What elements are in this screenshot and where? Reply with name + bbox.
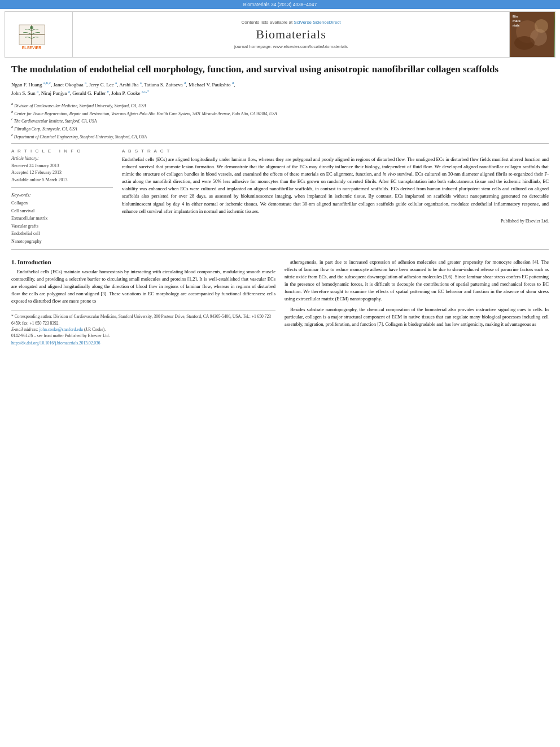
abstract-text: Endothelial cells (ECs) are aligned long… <box>122 156 549 215</box>
svg-text:ELSEVIER: ELSEVIER <box>21 46 41 50</box>
keyword-collagen: Collagen <box>11 199 113 207</box>
introduction-left-text: Endothelial cells (ECs) maintain vascula… <box>11 268 275 305</box>
journal-header-logo: ELSEVIER <box>5 12 73 57</box>
affiliations: a Division of Cardiovascular Medicine, S… <box>11 101 549 140</box>
intro-para-right-2: Besides substrate nanotopography, the ch… <box>285 306 549 329</box>
online-date: Available online 5 March 2013 <box>11 177 113 184</box>
footnote-issn: 0142-9612/$ – see front matter Published… <box>11 333 275 339</box>
keyword-nanotopography: Nanotopography <box>11 238 113 246</box>
article-title: The modulation of endothelial cell morph… <box>11 63 549 76</box>
affiliation-e: e Department of Chemical Engineering, St… <box>11 132 549 140</box>
intro-para-right-1: atherogenesis, in part due to increased … <box>285 259 549 303</box>
biomaterials-thumbnail: Bio mate rials <box>510 12 554 57</box>
journal-header: ELSEVIER Contents lists available at Sci… <box>5 11 555 58</box>
introduction-right-text: atherogenesis, in part due to increased … <box>285 259 549 329</box>
sciverse-link[interactable]: SciVerse ScienceDirect <box>294 20 340 25</box>
intro-para-1: Endothelial cells (ECs) maintain vascula… <box>11 268 275 305</box>
main-content: The modulation of endothelial cell morph… <box>11 63 549 346</box>
svg-point-3 <box>30 26 33 29</box>
affiliation-b: b Center for Tissue Regeneration, Repair… <box>11 109 549 117</box>
received-date: Received 24 January 2013 <box>11 163 113 170</box>
author-ngan: Ngan F. Huang a,b,c, Janet Okogbaa a, Je… <box>11 82 235 88</box>
svg-text:mate: mate <box>513 19 521 23</box>
keywords-label: Keywords: <box>11 193 113 198</box>
header-divider <box>11 143 549 144</box>
accepted-date: Accepted 12 February 2013 <box>11 169 113 177</box>
footnote-corresponding: * Corresponding author. Division of Card… <box>11 313 275 326</box>
journal-reference-bar: Biomaterials 34 (2013) 4038–4047 <box>0 0 560 9</box>
affiliation-d: d Fibralign Corp, Sunnyvale, CA, USA <box>11 124 549 132</box>
info-divider <box>11 187 113 188</box>
article-info-column: A R T I C L E I N F O Article history: R… <box>11 148 113 246</box>
doi-anchor[interactable]: http://dx.doi.org/10.1016/j.biomaterials… <box>11 340 100 346</box>
article-history-label: Article history: <box>11 156 113 161</box>
article-dates: Received 24 January 2013 Accepted 12 Feb… <box>11 163 113 184</box>
keywords-list: Collagen Cell survival Extracellular mat… <box>11 199 113 246</box>
keyword-vascular-grafts: Vascular grafts <box>11 222 113 230</box>
svg-point-8 <box>514 36 535 50</box>
footnote-email: E-mail address: john.cooke@stanford.edu … <box>11 326 275 333</box>
svg-text:Bio: Bio <box>513 15 518 18</box>
introduction-left: 1. Introduction Endothelial cells (ECs) … <box>11 259 275 346</box>
email-link[interactable]: john.cooke@stanford.edu <box>40 327 83 332</box>
keyword-cell-survival: Cell survival <box>11 207 113 215</box>
published-by: Published by Elsevier Ltd. <box>122 219 549 224</box>
article-info-abstract-section: A R T I C L E I N F O Article history: R… <box>11 148 549 246</box>
introduction-heading: 1. Introduction <box>11 259 275 265</box>
section-divider <box>11 249 549 250</box>
svg-point-9 <box>535 19 548 33</box>
affiliation-c: c The Cardiovascular Institute, Stanford… <box>11 116 549 124</box>
journal-header-center: Contents lists available at SciVerse Sci… <box>73 12 510 57</box>
journal-header-thumbnail: Bio mate rials <box>510 12 555 57</box>
article-info-section-label: A R T I C L E I N F O <box>11 148 113 154</box>
introduction-right: atherogenesis, in part due to increased … <box>285 259 549 346</box>
introduction-section: 1. Introduction Endothelial cells (ECs) … <box>11 259 549 346</box>
journal-reference-text: Biomaterials 34 (2013) 4038–4047 <box>243 2 317 7</box>
keyword-endothelial-cell: Endothelial cell <box>11 230 113 238</box>
doi-link[interactable]: http://dx.doi.org/10.1016/j.biomaterials… <box>11 340 275 346</box>
contents-line: Contents lists available at SciVerse Sci… <box>241 20 340 25</box>
author-john: John S. Sun a, Niraj Punjya a, Gerald G.… <box>11 90 149 96</box>
elsevier-logo-svg: ELSEVIER <box>16 19 62 50</box>
footnote-section: * Corresponding author. Division of Card… <box>11 311 275 346</box>
keyword-ecm: Extracellular matrix <box>11 215 113 222</box>
journal-homepage: journal homepage: www.elsevier.com/locat… <box>234 44 348 49</box>
journal-title: Biomaterials <box>256 27 326 42</box>
abstract-column: A B S T R A C T Endothelial cells (ECs) … <box>122 148 549 246</box>
authors-line: Ngan F. Huang a,b,c, Janet Okogbaa a, Je… <box>11 80 549 98</box>
affiliation-a: a Division of Cardiovascular Medicine, S… <box>11 101 549 109</box>
svg-text:rials: rials <box>513 24 520 27</box>
abstract-section-label: A B S T R A C T <box>122 148 549 154</box>
